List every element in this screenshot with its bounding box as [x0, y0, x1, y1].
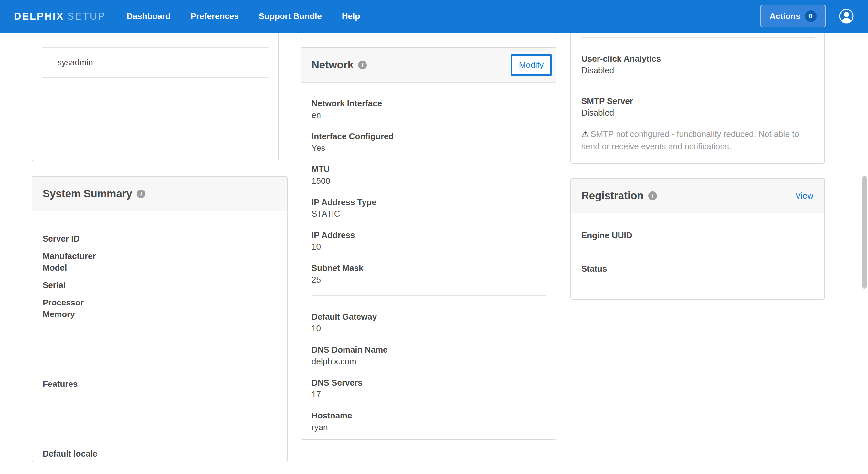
field-value: Disabled [581, 107, 814, 118]
field-label-model: Model [43, 262, 277, 273]
divider [312, 295, 546, 296]
system-summary-body: Server ID Manufacturer Model Serial Proc… [32, 211, 287, 460]
warning-icon: ⚠ [581, 129, 589, 139]
field-label: IP Address [312, 229, 546, 241]
user-avatar-icon[interactable] [839, 8, 854, 24]
divider [581, 37, 815, 38]
field-value: Yes [312, 142, 546, 154]
field-label: Hostname [312, 410, 546, 421]
network-field-subnet-mask: Subnet Mask 25 [312, 262, 546, 285]
app-logo: DELPHIX SETUP [14, 0, 106, 33]
network-field-hostname: Hostname ryan [312, 410, 546, 433]
nav-dashboard[interactable]: Dashboard [127, 11, 170, 21]
field-value: 10 [312, 323, 546, 334]
field-label: Default Gateway [312, 311, 546, 323]
field-value: STATIC [312, 208, 546, 219]
field-user-click-analytics: User-click Analytics Disabled [581, 53, 814, 76]
info-icon[interactable]: i [648, 192, 657, 200]
network-field-mtu: MTU 1500 [312, 163, 546, 187]
nav-help[interactable]: Help [342, 11, 360, 21]
field-label: MTU [312, 163, 546, 175]
registration-header: Registration i View [571, 178, 825, 213]
nav-preferences[interactable]: Preferences [191, 11, 239, 21]
field-value: delphix.com [312, 356, 546, 367]
field-value: en [312, 109, 546, 121]
network-modify-button[interactable]: Modify [510, 54, 552, 75]
field-label: DNS Domain Name [312, 344, 546, 356]
users-card-partial: sysadmin [32, 33, 279, 162]
registration-view-link[interactable]: View [795, 191, 813, 201]
network-body: Network Interface en Interface Configure… [301, 83, 556, 433]
system-summary-title: System Summary [43, 188, 132, 200]
field-label-features: Features [43, 378, 277, 390]
field-value: Disabled [581, 65, 814, 76]
network-title: Network [312, 59, 353, 71]
field-value: 17 [312, 388, 546, 400]
card-partial-bottom-edge [301, 33, 556, 39]
field-engine-uuid: Engine UUID [581, 230, 814, 241]
logo-brand: DELPHIX [14, 11, 64, 22]
field-label: DNS Servers [312, 377, 546, 388]
info-icon[interactable]: i [358, 61, 367, 69]
registration-title: Registration [581, 190, 644, 202]
preferences-body: User-click Analytics Disabled SMTP Serve… [571, 33, 825, 153]
field-label-default-locale: Default locale [43, 448, 277, 460]
field-label: Engine UUID [581, 230, 814, 241]
nav-support-bundle[interactable]: Support Bundle [259, 11, 322, 21]
divider [42, 77, 269, 78]
field-label: SMTP Server [581, 95, 814, 107]
top-navbar: DELPHIX SETUP Dashboard Preferences Supp… [0, 0, 868, 33]
field-label: IP Address Type [312, 196, 546, 208]
field-label: Interface Configured [312, 130, 546, 142]
field-label: User-click Analytics [581, 53, 814, 65]
network-field-ip-address: IP Address 10 [312, 229, 546, 252]
actions-count-badge: 0 [805, 10, 817, 22]
system-summary-header: System Summary i [32, 177, 287, 211]
main-nav: Dashboard Preferences Support Bundle Hel… [127, 0, 360, 33]
scrollbar-thumb[interactable] [862, 176, 867, 289]
network-field-interface: Network Interface en [312, 98, 546, 121]
logo-product: SETUP [67, 11, 105, 22]
smtp-warning-message: ⚠SMTP not configured - functionality red… [581, 128, 814, 153]
field-label-memory: Memory [43, 308, 277, 320]
field-value: 1500 [312, 175, 546, 187]
field-smtp-server: SMTP Server Disabled [581, 95, 814, 118]
field-label-manufacturer: Manufacturer [43, 250, 277, 262]
field-label-processor: Processor [43, 297, 277, 308]
system-summary-card: System Summary i Server ID Manufacturer … [32, 176, 288, 462]
field-status: Status [581, 263, 814, 274]
network-field-dns-domain-name: DNS Domain Name delphix.com [312, 344, 546, 367]
field-label-server-id: Server ID [43, 233, 277, 244]
field-value: ryan [312, 421, 546, 433]
network-field-interface-configured: Interface Configured Yes [312, 130, 546, 154]
network-card: Network i Modify Network Interface en In… [301, 47, 556, 440]
username-text: sysadmin [58, 58, 93, 67]
network-field-dns-servers: DNS Servers 17 [312, 377, 546, 400]
field-value: 25 [312, 274, 546, 285]
field-value: 10 [312, 241, 546, 252]
field-label-serial: Serial [43, 279, 277, 291]
field-label: Network Interface [312, 98, 546, 109]
network-header: Network i Modify [301, 48, 556, 83]
user-list-item-sysadmin[interactable]: sysadmin [58, 57, 93, 68]
network-field-default-gateway: Default Gateway 10 [312, 311, 546, 334]
actions-label: Actions [769, 11, 800, 21]
registration-body: Engine UUID Status [571, 213, 825, 274]
field-label: Status [581, 263, 814, 274]
preferences-card-partial: User-click Analytics Disabled SMTP Serve… [570, 33, 825, 164]
field-label: Subnet Mask [312, 262, 546, 274]
info-icon[interactable]: i [137, 190, 146, 198]
actions-button[interactable]: Actions 0 [760, 5, 826, 28]
warning-text: SMTP not configured - functionality redu… [581, 129, 799, 151]
registration-card: Registration i View Engine UUID Status [570, 178, 825, 300]
divider [42, 47, 269, 48]
network-field-ip-address-type: IP Address Type STATIC [312, 196, 546, 219]
